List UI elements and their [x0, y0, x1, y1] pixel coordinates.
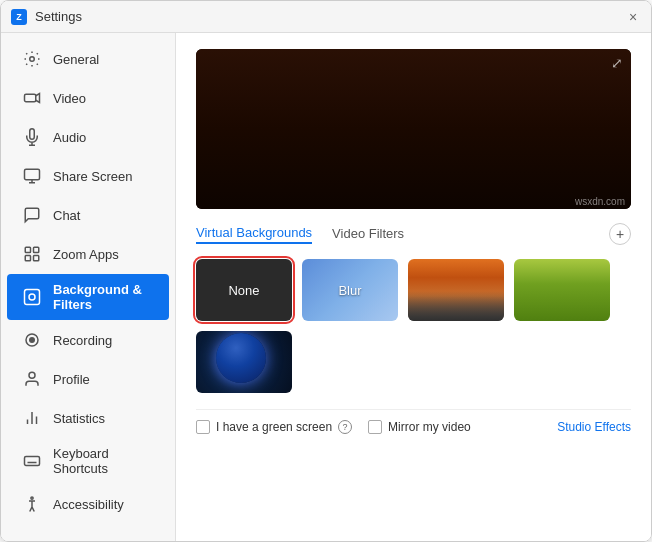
studio-effects-link[interactable]: Studio Effects: [557, 420, 631, 434]
green-screen-info-icon[interactable]: ?: [338, 420, 352, 434]
background-none[interactable]: None: [196, 259, 292, 321]
svg-point-8: [29, 294, 35, 300]
svg-point-0: [30, 57, 35, 62]
tab-virtual-backgrounds[interactable]: Virtual Backgrounds: [196, 225, 312, 244]
expand-icon[interactable]: ⤢: [611, 55, 623, 71]
statistics-icon: [21, 407, 43, 429]
background-earth[interactable]: [196, 331, 292, 393]
sidebar-item-keyboard-shortcuts[interactable]: Keyboard Shortcuts: [7, 438, 169, 484]
bottom-bar: I have a green screen ? Mirror my video …: [196, 409, 631, 438]
bg-none-label: None: [228, 283, 259, 298]
sidebar-item-chat[interactable]: Chat: [7, 196, 169, 234]
content-area: General Video Audio Share Screen: [1, 33, 651, 541]
sidebar-item-share-screen[interactable]: Share Screen: [7, 157, 169, 195]
sidebar-label-recording: Recording: [53, 333, 112, 348]
sidebar-item-statistics[interactable]: Statistics: [7, 399, 169, 437]
window-title: Settings: [35, 9, 82, 24]
main-content: ⤢ wsxdn.com Virtual Backgrounds Video Fi…: [176, 33, 651, 541]
sidebar-label-background-filters: Background & Filters: [53, 282, 155, 312]
svg-rect-2: [25, 169, 40, 180]
keyboard-shortcuts-icon: [21, 450, 43, 472]
background-bridge[interactable]: [408, 259, 504, 321]
green-screen-label: I have a green screen: [216, 420, 332, 434]
video-icon: [21, 87, 43, 109]
general-icon: [21, 48, 43, 70]
sidebar-label-video: Video: [53, 91, 86, 106]
add-background-button[interactable]: +: [609, 223, 631, 245]
background-green[interactable]: [514, 259, 610, 321]
settings-window: Z Settings × General Video: [0, 0, 652, 542]
watermark: wsxdn.com: [575, 196, 625, 207]
audio-icon: [21, 126, 43, 148]
recording-icon: [21, 329, 43, 351]
sidebar-item-accessibility[interactable]: Accessibility: [7, 485, 169, 523]
sidebar-item-zoom-apps[interactable]: Zoom Apps: [7, 235, 169, 273]
svg-rect-1: [25, 94, 36, 102]
titlebar: Z Settings ×: [1, 1, 651, 33]
sidebar-label-general: General: [53, 52, 99, 67]
sidebar-label-profile: Profile: [53, 372, 90, 387]
profile-icon: [21, 368, 43, 390]
sidebar-label-share-screen: Share Screen: [53, 169, 133, 184]
svg-point-16: [31, 497, 33, 499]
accessibility-icon: [21, 493, 43, 515]
mirror-video-checkbox[interactable]: [368, 420, 382, 434]
chat-icon: [21, 204, 43, 226]
mirror-video-label: Mirror my video: [388, 420, 471, 434]
sidebar-item-general[interactable]: General: [7, 40, 169, 78]
svg-rect-15: [25, 457, 40, 466]
tab-video-filters[interactable]: Video Filters: [332, 226, 404, 243]
background-tabs: Virtual Backgrounds Video Filters +: [196, 223, 631, 245]
video-person-display: [196, 49, 631, 209]
sidebar-label-chat: Chat: [53, 208, 80, 223]
svg-rect-3: [25, 247, 30, 252]
sidebar-item-profile[interactable]: Profile: [7, 360, 169, 398]
svg-point-11: [29, 372, 35, 378]
svg-rect-6: [34, 256, 39, 261]
sidebar-label-audio: Audio: [53, 130, 86, 145]
background-blur[interactable]: Blur: [302, 259, 398, 321]
sidebar-label-zoom-apps: Zoom Apps: [53, 247, 119, 262]
share-screen-icon: [21, 165, 43, 187]
titlebar-left: Z Settings: [11, 9, 82, 25]
sidebar-item-audio[interactable]: Audio: [7, 118, 169, 156]
svg-rect-7: [25, 290, 40, 305]
sidebar: General Video Audio Share Screen: [1, 33, 176, 541]
sidebar-item-recording[interactable]: Recording: [7, 321, 169, 359]
background-filters-icon: [21, 286, 43, 308]
sidebar-label-accessibility: Accessibility: [53, 497, 124, 512]
sidebar-item-video[interactable]: Video: [7, 79, 169, 117]
zoom-apps-icon: [21, 243, 43, 265]
svg-point-10: [30, 338, 35, 343]
app-icon: Z: [11, 9, 27, 25]
sidebar-label-keyboard-shortcuts: Keyboard Shortcuts: [53, 446, 155, 476]
green-screen-option[interactable]: I have a green screen ?: [196, 420, 352, 434]
sidebar-item-background-filters[interactable]: Background & Filters: [7, 274, 169, 320]
bg-blur-label: Blur: [338, 283, 361, 298]
green-screen-checkbox[interactable]: [196, 420, 210, 434]
mirror-video-option[interactable]: Mirror my video: [368, 420, 471, 434]
sidebar-label-statistics: Statistics: [53, 411, 105, 426]
close-button[interactable]: ×: [625, 9, 641, 25]
svg-rect-4: [34, 247, 39, 252]
backgrounds-grid: None Blur: [196, 259, 631, 393]
video-preview: ⤢ wsxdn.com: [196, 49, 631, 209]
svg-rect-5: [25, 256, 30, 261]
